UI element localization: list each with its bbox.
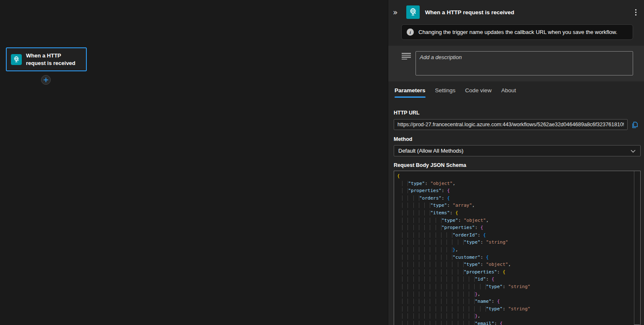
trigger-node[interactable]: When a HTTP request is received [6,47,87,71]
more-options-icon[interactable] [633,8,639,17]
banner-text: Changing the trigger name updates the ca… [418,29,617,35]
trigger-node-title: When a HTTP request is received [26,52,82,67]
panel-tabs: Parameters Settings Code view About [388,83,644,98]
tab-settings[interactable]: Settings [435,83,456,98]
http-url-label: HTTP URL [394,110,640,116]
json-schema-code[interactable]: { "type": "object", "properties": { "ord… [397,172,630,325]
logic-apps-designer: When a HTTP request is received » [0,0,644,325]
editor-scrollbar-track[interactable] [634,171,640,325]
add-action-button[interactable] [41,75,51,85]
tab-code-view[interactable]: Code view [465,83,491,98]
callback-url-info-banner: i Changing the trigger name updates the … [401,24,633,40]
json-schema-editor[interactable]: { "type": "object", "properties": { "ord… [394,171,641,325]
description-input[interactable] [415,51,633,75]
description-icon [402,53,411,75]
method-label: Method [394,136,640,142]
copy-icon [631,121,639,129]
http-request-trigger-icon [406,5,420,19]
http-request-trigger-icon [11,54,22,65]
description-section [388,46,644,81]
tab-about[interactable]: About [501,83,516,98]
panel-header: » When a HTTP request is received [388,0,644,19]
tab-parameters[interactable]: Parameters [395,83,426,98]
workflow-canvas[interactable]: When a HTTP request is received [0,0,388,325]
http-url-input[interactable] [394,119,628,130]
parameters-content: HTTP URL Method Default (Allow All Metho… [388,98,644,325]
schema-label: Request Body JSON Schema [394,162,640,168]
collapse-panel-icon[interactable]: » [391,8,400,17]
trigger-details-panel: » When a HTTP request is received i Chan… [388,0,644,325]
chevron-down-icon [630,148,636,154]
method-selected-value: Default (Allow All Methods) [398,148,463,154]
panel-title: When a HTTP request is received [425,9,629,16]
copy-url-button[interactable] [631,121,639,129]
info-icon: i [407,29,414,36]
method-dropdown[interactable]: Default (Allow All Methods) [394,145,641,156]
